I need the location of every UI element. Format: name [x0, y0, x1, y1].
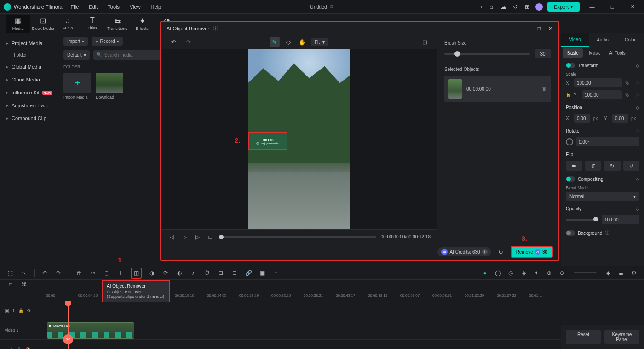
transform-toggle[interactable]	[566, 63, 575, 68]
menu-help[interactable]: Help	[151, 4, 161, 10]
tl-text-icon[interactable]: T	[117, 269, 124, 277]
keyframe-icon[interactable]: ◇	[636, 63, 639, 68]
eraser-tool[interactable]: ◇	[283, 37, 293, 47]
rotate-cw-button[interactable]: ↻	[604, 161, 621, 171]
tl-o6-icon[interactable]: ⊙	[558, 269, 566, 277]
tl-speed-icon[interactable]: ⟳	[162, 269, 169, 277]
remove-button[interactable]: Remove AI 30	[511, 246, 553, 258]
sidebar-sub-folder[interactable]: Folder	[0, 50, 59, 60]
lock-icon[interactable]: 🔒	[566, 93, 571, 97]
scale-x-input[interactable]: 100.00	[574, 78, 622, 87]
minimize-button[interactable]: —	[584, 0, 600, 14]
layout-icon[interactable]: ▭	[476, 3, 483, 11]
close-button[interactable]: ✕	[625, 0, 640, 14]
add-credits-icon[interactable]: +	[482, 249, 488, 255]
help-icon[interactable]: ⓘ	[605, 230, 610, 236]
mute-icon[interactable]: 🔇	[25, 347, 30, 349]
sidebar-item-global-media[interactable]: Global Media	[0, 60, 59, 73]
sidebar-item-influence-kit[interactable]: Influence KitNEW	[0, 86, 59, 99]
delete-object-icon[interactable]: 🗑	[542, 86, 547, 92]
tl-time-icon[interactable]: ⏱	[203, 269, 211, 277]
tl-stack-icon[interactable]: ≡	[272, 269, 280, 277]
prev-frame-icon[interactable]: ◁	[167, 233, 176, 241]
keyframe-icon[interactable]: ◇	[636, 81, 639, 86]
tl-screen-icon[interactable]: ⊡	[217, 269, 224, 277]
flip-v-button[interactable]: ⇵	[585, 161, 602, 171]
tl-color-icon[interactable]: ◐	[176, 269, 183, 277]
play-icon[interactable]: ▷	[180, 233, 189, 241]
menu-view[interactable]: View	[130, 4, 141, 10]
flip-h-button[interactable]: ⇋	[566, 161, 582, 171]
import-media-tile[interactable]: + Import Media	[63, 73, 91, 99]
tab-media[interactable]: ▦Media	[6, 15, 30, 33]
sidebar-item-adjustment[interactable]: Adjustment La...	[0, 99, 59, 112]
sidebar-item-cloud-media[interactable]: Cloud Media	[0, 73, 59, 86]
visibility-icon[interactable]: 👁	[27, 308, 31, 313]
brush-size-value[interactable]: 30	[535, 49, 551, 58]
tl-o4-icon[interactable]: ✦	[533, 269, 540, 277]
menu-edit[interactable]: Edit	[89, 4, 98, 10]
apps-icon[interactable]: ⊞	[523, 3, 531, 11]
background-toggle[interactable]	[566, 230, 575, 236]
props-tab-video[interactable]: Video	[561, 33, 589, 47]
opacity-slider[interactable]	[566, 219, 598, 221]
tl-redo-icon[interactable]: ↷	[55, 269, 62, 277]
pos-x-input[interactable]: 0.00	[574, 114, 590, 123]
lock-track-icon[interactable]: 🔒	[18, 308, 23, 313]
tab-transitions[interactable]: ⇆Transitions	[105, 15, 130, 33]
redo-icon[interactable]: ↷	[183, 37, 193, 47]
playback-slider[interactable]	[219, 236, 376, 238]
rotate-dial-icon[interactable]	[566, 138, 573, 145]
keyframe-panel-button[interactable]: Keyframe Panel	[604, 330, 639, 344]
subtab-ai-tools[interactable]: AI Tools	[604, 47, 630, 59]
modal-close[interactable]: ✕	[548, 25, 553, 32]
tl-o2-icon[interactable]: ◎	[507, 269, 514, 277]
next-icon[interactable]: ▷	[193, 233, 201, 241]
lock-track-icon[interactable]: 🔒	[17, 347, 22, 349]
stop-icon[interactable]: □	[206, 233, 214, 241]
sidebar-item-compound[interactable]: Compound Clip	[0, 112, 59, 125]
tl-audio-icon[interactable]: ♪	[190, 269, 197, 277]
playhead[interactable]: ✂	[68, 301, 69, 349]
sidebar-item-project-media[interactable]: Project Media	[0, 37, 59, 50]
undo-icon[interactable]: ↶	[168, 37, 178, 47]
tl-ai-icon[interactable]: ●	[481, 269, 489, 277]
tl-crop-icon[interactable]: ⬚	[103, 269, 110, 277]
refresh-icon[interactable]: ↻	[496, 247, 506, 257]
tl-undo-icon[interactable]: ↶	[41, 269, 48, 277]
playhead-cut-icon[interactable]: ✂	[63, 334, 73, 344]
opacity-input[interactable]: 100.00	[602, 215, 639, 224]
timeline-ruler[interactable]: 00:00 00:00:04:25 00:00:09:20 00:00:14:1…	[0, 289, 644, 301]
tl-link2-icon[interactable]: ⌘	[20, 281, 28, 288]
modal-maximize[interactable]: □	[538, 25, 541, 32]
keyframe-icon[interactable]: ◇	[636, 177, 639, 182]
tl-magnet-icon[interactable]: ⊓	[6, 281, 14, 288]
pan-tool[interactable]: ✋	[297, 37, 307, 47]
tab-audio[interactable]: ♫Audio	[55, 15, 80, 32]
keyframe-icon[interactable]: ◇	[636, 105, 639, 110]
tl-delete-icon[interactable]: 🗑	[75, 269, 83, 277]
rotate-ccw-button[interactable]: ↺	[623, 161, 640, 171]
search-input[interactable]	[93, 50, 167, 60]
home-icon[interactable]: ⌂	[488, 3, 495, 11]
export-button[interactable]: Export▾	[547, 2, 580, 12]
keyframe-icon[interactable]: ◇	[636, 93, 639, 98]
tl-cursor-icon[interactable]: ↖	[20, 269, 28, 277]
watermark-selection[interactable]: TikTok @rosejoyremarcial	[248, 132, 288, 150]
props-tab-color[interactable]: Color	[616, 33, 644, 47]
tl-ai-object-remover-icon[interactable]: ◫	[131, 268, 142, 279]
tab-stock-media[interactable]: ⊡Stock Media	[30, 15, 55, 33]
sync-icon[interactable]: ↺	[512, 3, 519, 11]
info-icon[interactable]: ⓘ	[213, 25, 218, 32]
subtab-basic[interactable]: Basic	[563, 48, 583, 58]
tab-titles[interactable]: TTitles	[80, 15, 105, 32]
keyframe-icon[interactable]: ◇	[636, 206, 639, 211]
blend-mode-select[interactable]: Normal▾	[566, 192, 639, 201]
avatar-icon[interactable]	[535, 3, 543, 11]
audio-track-head[interactable]: ♪1🔒🔇	[0, 347, 46, 349]
tl-mask-icon[interactable]: ◑	[148, 269, 155, 277]
tl-mark-icon[interactable]: ◆	[604, 269, 612, 277]
menu-file[interactable]: File	[71, 4, 79, 10]
compositing-toggle[interactable]	[566, 176, 575, 182]
scale-y-input[interactable]: 100.00	[582, 90, 622, 99]
